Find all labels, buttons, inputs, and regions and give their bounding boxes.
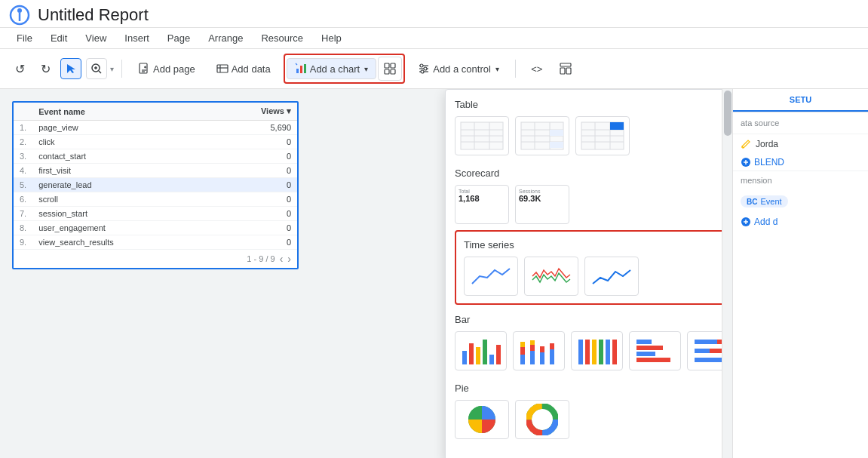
time-series-section: Time series [455, 230, 722, 305]
menu-view[interactable]: View [78, 29, 114, 47]
bar-section-label: Bar [455, 314, 722, 325]
svg-rect-22 [385, 69, 389, 74]
svg-rect-55 [469, 343, 474, 364]
bar-option-horizontal-1[interactable] [629, 331, 681, 370]
setup-tab[interactable]: SETU [733, 89, 868, 112]
table-row[interactable]: 7. session_start 0 [14, 207, 297, 221]
table-row[interactable]: 6. scroll 0 [14, 192, 297, 207]
prev-page-button[interactable]: ‹ [280, 253, 284, 265]
svg-line-4 [99, 71, 101, 73]
svg-rect-59 [496, 345, 501, 364]
scrollbar[interactable] [722, 89, 732, 458]
table-option-3[interactable] [575, 116, 630, 155]
svg-rect-64 [530, 345, 535, 351]
table-section-label: Table [455, 99, 722, 110]
bar-option-3[interactable] [571, 331, 623, 370]
menu-edit[interactable]: Edit [43, 29, 75, 47]
svg-rect-84 [695, 358, 722, 362]
svg-rect-16 [300, 66, 302, 73]
add-dim-icon [741, 217, 751, 227]
dimension-section: mension [733, 171, 868, 189]
layout-button[interactable] [555, 58, 576, 79]
data-source-value[interactable]: Jorda [733, 134, 868, 154]
row-name: session_start [32, 207, 210, 221]
svg-rect-81 [717, 340, 722, 344]
dimension-chip[interactable]: BC Event [741, 195, 788, 207]
table-row[interactable]: 8. user_engagement 0 [14, 221, 297, 235]
menu-arrange[interactable]: Arrange [201, 29, 250, 47]
row-name: scroll [32, 192, 210, 207]
scorecard-options-row: Total 1,168 Sessions 69.3K [455, 185, 722, 224]
bar-option-2[interactable] [513, 331, 565, 370]
code-button[interactable]: <> [523, 58, 551, 79]
table-row[interactable]: 2. click 0 [14, 135, 297, 149]
row-value: 0 [210, 207, 297, 221]
chart-grid-button[interactable] [378, 57, 402, 81]
toolbar-divider-2 [515, 60, 516, 78]
svg-line-19 [296, 63, 297, 65]
add-page-button[interactable]: Add page [130, 58, 204, 79]
scorecard-total: 1,168 [459, 194, 480, 203]
row-value: 0 [210, 164, 297, 178]
canvas-area[interactable]: Event name Views ▾ 1. page_view 5,690 2.… [0, 89, 722, 458]
bar-option-1[interactable] [455, 331, 507, 370]
table-row[interactable]: 1. page_view 5,690 [14, 121, 297, 135]
undo-button[interactable]: ↺ [9, 58, 30, 79]
add-control-button[interactable]: Add a control ▾ [409, 58, 508, 79]
svg-rect-53 [610, 122, 624, 130]
table-row[interactable]: 4. first_visit 0 [14, 164, 297, 178]
menu-file[interactable]: File [9, 29, 40, 47]
row-num: 1. [14, 121, 32, 135]
next-page-button[interactable]: › [287, 253, 291, 265]
dimension-label: mension [741, 176, 772, 185]
table-widget[interactable]: Event name Views ▾ 1. page_view 5,690 2.… [12, 101, 299, 269]
menu-help[interactable]: Help [314, 29, 349, 47]
toolbar-divider-1 [121, 60, 122, 78]
svg-rect-46 [550, 142, 563, 148]
svg-rect-45 [550, 130, 563, 136]
col-event-name[interactable]: Event name [32, 103, 210, 121]
row-num: 7. [14, 207, 32, 221]
data-source-section-label: ata source [733, 112, 868, 134]
time-series-option-2[interactable] [524, 257, 578, 296]
select-tool-button[interactable] [60, 58, 81, 79]
scrollbar-thumb[interactable] [724, 91, 732, 136]
zoom-button[interactable] [86, 58, 107, 79]
pie-option-1[interactable] [455, 400, 509, 439]
scorecard-option-2[interactable]: Sessions 69.3K [515, 185, 569, 224]
redo-button[interactable]: ↻ [35, 58, 56, 79]
time-series-option-3[interactable] [584, 257, 639, 296]
menu-insert[interactable]: Insert [117, 29, 157, 47]
highlighted-toolbar-group: Add a chart ▾ [284, 54, 406, 84]
scorecard-section-label: Scorecard [455, 168, 722, 179]
donut-option-1[interactable] [515, 400, 569, 439]
table-option-2[interactable] [515, 116, 569, 155]
pie-options-row [455, 400, 722, 439]
row-num: 6. [14, 192, 32, 207]
table-row[interactable]: 3. contact_start 0 [14, 149, 297, 164]
row-name: first_visit [32, 164, 210, 178]
svg-rect-78 [636, 352, 655, 356]
svg-rect-83 [710, 349, 722, 353]
blend-button[interactable]: BLEND [733, 154, 868, 171]
svg-rect-58 [489, 355, 494, 364]
svg-rect-79 [636, 358, 670, 362]
menu-page[interactable]: Page [160, 29, 198, 47]
menu-resource[interactable]: Resource [253, 29, 311, 47]
svg-rect-21 [391, 63, 395, 68]
add-dimension-button[interactable]: Add d [733, 214, 868, 230]
menu-bar: File Edit View Insert Page Arrange Resou… [0, 28, 868, 49]
add-chart-dropdown-arrow[interactable]: ▾ [364, 65, 368, 73]
scorecard-option-1[interactable]: Total 1,168 [455, 185, 509, 224]
col-views[interactable]: Views ▾ [210, 103, 297, 121]
add-chart-button[interactable]: Add a chart ▾ [287, 58, 377, 79]
time-series-option-1[interactable] [464, 257, 518, 296]
table-row[interactable]: 5. generate_lead 0 [14, 178, 297, 192]
table-row[interactable]: 9. view_search_results 0 [14, 235, 297, 250]
table-options-row [455, 116, 722, 155]
table-option-1[interactable] [455, 116, 509, 155]
add-chart-label: Add a chart [310, 63, 360, 75]
bar-option-horizontal-2[interactable] [687, 331, 722, 370]
right-panel-tabs: SETU [733, 89, 868, 112]
add-data-button[interactable]: Add data [208, 58, 279, 79]
